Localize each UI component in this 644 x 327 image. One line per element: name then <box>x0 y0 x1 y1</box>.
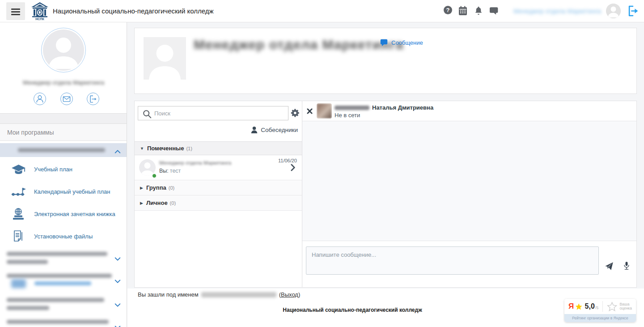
top-bar: НСПК Национальный социально-педагогическ… <box>0 0 644 22</box>
chat-header: Наталья Дмитриевна Не в сети <box>302 101 636 121</box>
chat-column: Наталья Дмитриевна Не в сети <box>302 101 636 287</box>
preview-text: тест <box>170 168 181 174</box>
conversation-date: 11/06/20 <box>278 158 297 163</box>
preview-prefix: Вы: <box>159 168 169 174</box>
hamburger-menu-button[interactable] <box>6 2 25 20</box>
app-root: НСПК Национальный социально-педагогическ… <box>0 0 644 327</box>
section-group[interactable]: ▶ Группа (0) <box>135 180 302 195</box>
caret-down-icon: ▼ <box>140 146 144 151</box>
person-icon <box>251 126 258 133</box>
notifications-bell-icon[interactable] <box>475 6 483 17</box>
logged-in-prefix: Вы зашли под именем <box>138 291 199 298</box>
sidebar-item-curriculum[interactable]: Учебный план <box>0 158 127 180</box>
messaging-panel: Собеседники ▼ Помеченные (1) Мене <box>134 101 637 288</box>
graduation-cap-icon <box>11 163 26 175</box>
chat-input-zone <box>302 241 636 287</box>
star-outline-icon <box>607 302 617 312</box>
redacted-program-name <box>18 148 105 152</box>
profile-person-icon[interactable] <box>34 93 46 105</box>
contacts-label: Собеседники <box>261 127 298 133</box>
main-content: Менеджер отдела Маркетинга Сообщение <box>127 22 644 327</box>
chevron-down-icon <box>114 255 121 263</box>
sidebar-item-label: Календарный учебный план <box>34 188 110 195</box>
chevron-up-icon <box>114 148 121 156</box>
profile-page-avatar <box>144 37 186 80</box>
close-icon[interactable] <box>307 108 313 116</box>
chat-contact-status: Не в сети <box>335 112 360 119</box>
conversation-name: Менеджер отдела Маркетинга <box>159 160 231 166</box>
logout-link[interactable]: Выход <box>281 291 298 298</box>
sidebar-item-label: Учебный план <box>34 166 72 173</box>
section-label: Группа <box>146 184 166 191</box>
topbar-avatar[interactable] <box>606 4 621 18</box>
section-label: Помеченные <box>147 145 184 152</box>
chevron-down-icon <box>114 277 121 285</box>
chevron-right-icon <box>291 164 296 173</box>
college-logo[interactable]: НСПК <box>30 2 49 23</box>
sidebar-item-setup-files[interactable]: Установочные файлы <box>0 225 127 247</box>
message-input[interactable] <box>306 246 599 275</box>
gradebook-icon <box>11 208 26 220</box>
message-bubble-icon <box>380 39 388 47</box>
your-rating-line1: Ваша <box>619 302 629 306</box>
your-rating-line2: оценка <box>619 306 632 310</box>
caret-right-icon: ▶ <box>140 186 143 190</box>
chat-messages-area[interactable] <box>302 121 636 241</box>
conversation-item[interactable]: Менеджер отдела Маркетинга Вы:тест 11/06… <box>135 155 302 180</box>
sidebar-profile-avatar[interactable] <box>41 28 86 72</box>
sidebar-item-label: Установочные файлы <box>34 233 93 240</box>
message-search <box>138 106 288 120</box>
sidebar-profile-name: Менеджер отдела Маркетинга <box>0 79 127 86</box>
section-count: (0) <box>170 200 176 206</box>
search-input[interactable] <box>138 106 288 120</box>
section-starred[interactable]: ▼ Помеченные (1) <box>135 141 302 155</box>
calendar-icon[interactable] <box>458 6 467 17</box>
milestones-icon <box>11 186 26 197</box>
chevron-down-icon <box>114 301 121 309</box>
chevron-down-icon <box>114 323 121 327</box>
files-icon <box>11 230 26 242</box>
site-title: Национальный социально-педагогический ко… <box>53 0 214 22</box>
gear-icon[interactable] <box>291 108 300 119</box>
conversation-preview: Вы:тест <box>159 168 181 174</box>
my-programs-heading: Мои программы <box>0 124 127 141</box>
paren-close: ) <box>298 291 300 298</box>
section-label: Личное <box>146 200 168 206</box>
messages-bubble-icon[interactable] <box>490 7 499 17</box>
redacted-contact-surname <box>335 106 369 110</box>
sidebar-item-label: Электронная зачетная книжка <box>34 211 115 217</box>
rating-max: /5 <box>595 306 599 310</box>
conversations-column: Собеседники ▼ Помеченные (1) Мене <box>135 101 302 287</box>
logout-icon[interactable] <box>627 4 639 20</box>
send-icon[interactable] <box>605 262 614 272</box>
contacts-link[interactable]: Собеседники <box>251 126 298 133</box>
send-message-label: Сообщение <box>391 39 423 46</box>
chat-contact-name: Наталья Дмитриевна <box>372 104 433 111</box>
your-rating-label: Ваша оценка <box>619 302 632 311</box>
profile-logout-icon[interactable] <box>87 93 99 105</box>
sidebar-active-program[interactable] <box>0 143 127 157</box>
yandex-badge-caption: Рейтинг организации в Яндексе <box>564 314 636 322</box>
send-message-link[interactable]: Сообщение <box>380 39 423 47</box>
yandex-logo: Я <box>568 302 574 311</box>
logged-in-line: Вы зашли под именем (Выход) <box>138 291 300 298</box>
sidebar: Менеджер отдела Маркетинга Мои программы <box>0 22 127 327</box>
footer-college-name: Национальный социально-педагогический ко… <box>127 307 577 313</box>
caret-right-icon: ▶ <box>140 201 143 205</box>
help-icon[interactable]: ? <box>444 6 452 14</box>
page-footer: Вы зашли под именем (Выход) Национальный… <box>127 289 644 327</box>
logo-caption: НСПК <box>35 17 44 21</box>
sidebar-item-calendar-curriculum[interactable]: Календарный учебный план <box>0 180 127 203</box>
section-private[interactable]: ▶ Личное (0) <box>135 195 302 211</box>
profile-mail-icon[interactable] <box>60 93 73 105</box>
yandex-rating-badge[interactable]: Я 5,0 /5 Ваша оценка Рейтинг организ <box>564 299 636 322</box>
sidebar-item-gradebook[interactable]: Электронная зачетная книжка <box>0 203 127 225</box>
sidebar-divider-strip <box>0 113 127 124</box>
section-count: (0) <box>169 185 174 191</box>
section-count: (1) <box>186 146 192 151</box>
star-filled-icon <box>575 303 582 310</box>
topbar-user-name[interactable]: Менеджер отдела Маркетинга <box>513 0 601 22</box>
microphone-icon[interactable] <box>623 261 630 273</box>
online-status-dot <box>152 174 157 178</box>
redacted-footer-user-name <box>201 292 276 297</box>
